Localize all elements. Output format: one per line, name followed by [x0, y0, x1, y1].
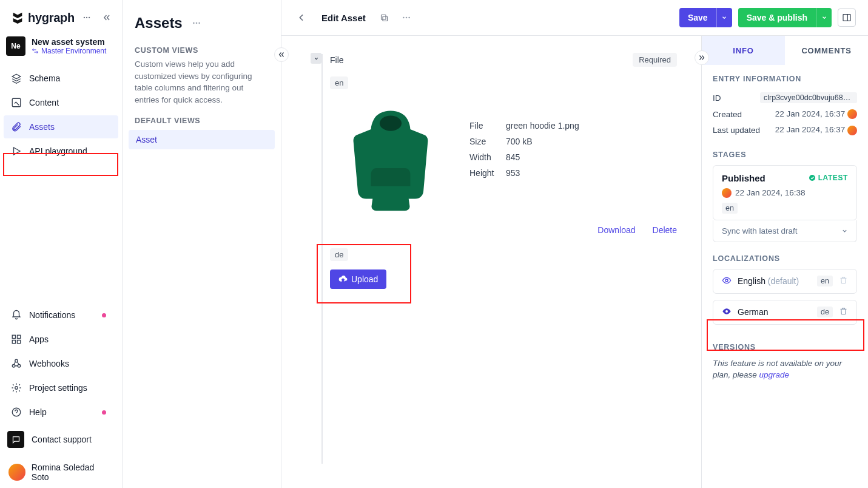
user-avatar: [8, 464, 25, 481]
file-field-label: File: [330, 55, 344, 65]
nav-schema[interactable]: Schema: [4, 67, 118, 90]
required-badge: Required: [633, 53, 677, 67]
stage-locale-chip: en: [722, 203, 738, 214]
top-toolbar: Edit Asset Save Save & publish: [281, 0, 868, 35]
copy-icon[interactable]: [377, 10, 392, 25]
upload-button[interactable]: Upload: [330, 269, 386, 289]
svg-point-22: [380, 116, 402, 131]
localization-de[interactable]: German de: [713, 300, 857, 325]
nav-help[interactable]: Help: [4, 401, 118, 424]
bell-icon: [11, 310, 22, 320]
project-name: New asset system: [32, 37, 106, 47]
timeline-line: [321, 54, 323, 464]
custom-views-desc: Custom views help you add customized vie…: [123, 57, 281, 114]
brand-more-icon[interactable]: [79, 10, 95, 25]
nav-project-settings[interactable]: Project settings: [4, 376, 118, 399]
svg-rect-21: [843, 15, 850, 21]
svg-point-14: [195, 22, 197, 24]
versions-section: VERSIONS This feature is not available o…: [713, 343, 857, 381]
nav-contact-support[interactable]: Contact support: [4, 425, 118, 454]
locale-chip-de: de: [330, 248, 348, 261]
svg-point-13: [193, 22, 195, 24]
primary-nav: Schema Content Assets API playground: [0, 64, 122, 165]
gear-icon: [11, 382, 22, 393]
layers-icon: [11, 73, 22, 84]
svg-point-0: [84, 17, 85, 18]
notification-dot: [102, 313, 106, 317]
download-link[interactable]: Download: [597, 225, 635, 235]
svg-point-20: [408, 17, 410, 19]
localizations-section: LOCALIZATIONS English (default) en: [713, 254, 857, 331]
asset-image: [336, 103, 445, 212]
eye-icon: [722, 276, 732, 287]
stage-time: 22 Jan 2024, 16:38: [735, 188, 806, 197]
nav-notifications[interactable]: Notifications: [4, 303, 118, 327]
info-tab-info[interactable]: INFO: [702, 36, 785, 65]
timeline-chevron-icon[interactable]: [311, 53, 321, 64]
save-button-group: Save: [679, 8, 732, 27]
brand-logo: hygraph: [11, 11, 75, 25]
main-panel: Edit Asset Save Save & publish: [281, 0, 868, 488]
view-asset[interactable]: Asset: [129, 130, 275, 149]
play-icon: [11, 146, 22, 157]
chat-badge-icon: [7, 431, 24, 448]
back-icon[interactable]: [294, 10, 309, 25]
nav-api-playground[interactable]: API playground: [4, 140, 118, 163]
current-user[interactable]: Romina Soledad Soto: [0, 456, 122, 488]
hygraph-logo-icon: [11, 11, 24, 24]
webhook-icon: [11, 358, 22, 369]
svg-rect-7: [18, 341, 21, 344]
default-views-label: DEFAULT VIEWS: [123, 114, 281, 127]
collapse-info-panel-icon[interactable]: [695, 50, 709, 65]
eye-icon: [722, 307, 732, 318]
svg-rect-16: [383, 16, 388, 21]
nav-apps[interactable]: Apps: [4, 328, 118, 351]
collapse-secondary-sidebar-icon[interactable]: [274, 47, 289, 62]
upgrade-link[interactable]: upgrade: [759, 370, 790, 379]
custom-views-label: CUSTOM VIEWS: [123, 44, 281, 57]
collapse-primary-sidebar-icon[interactable]: [99, 10, 115, 25]
save-button[interactable]: Save: [679, 8, 716, 27]
toggle-info-panel-icon[interactable]: [838, 8, 856, 27]
svg-point-12: [12, 408, 21, 416]
save-publish-button[interactable]: Save & publish: [738, 8, 816, 27]
trash-icon[interactable]: [839, 307, 848, 317]
brand-name: hygraph: [28, 11, 75, 25]
stage-name: Published: [722, 173, 765, 183]
svg-point-11: [15, 387, 18, 390]
sync-dropdown[interactable]: Sync with latest draft: [713, 220, 857, 242]
secondary-more-icon[interactable]: [189, 15, 204, 31]
nav-webhooks[interactable]: Webhooks: [4, 352, 118, 375]
help-icon: [11, 407, 22, 418]
svg-rect-4: [12, 335, 15, 338]
view-list: Asset: [123, 127, 281, 152]
trash-icon[interactable]: [839, 276, 848, 286]
info-panel: INFO COMMENTS ENTRY INFORMATION IDclrp3c…: [701, 36, 868, 488]
entry-id[interactable]: clrp3cvye00dc0bvuju68hqlv: [760, 92, 857, 103]
project-badge: Ne: [6, 36, 25, 56]
save-dropdown-icon[interactable]: [716, 8, 732, 27]
delete-link[interactable]: Delete: [653, 225, 677, 235]
primary-nav-bottom: Notifications Apps Webhooks Project sett…: [0, 301, 122, 456]
latest-badge: LATEST: [809, 174, 848, 182]
svg-point-19: [405, 17, 407, 19]
meta-height: 953: [506, 168, 520, 178]
paperclip-icon: [11, 121, 22, 132]
nav-assets[interactable]: Assets: [4, 115, 118, 138]
svg-rect-5: [18, 335, 21, 338]
info-tab-comments[interactable]: COMMENTS: [785, 36, 868, 65]
localization-en[interactable]: English (default) en: [713, 269, 857, 294]
nav-content[interactable]: Content: [4, 91, 118, 114]
upload-cloud-icon: [338, 275, 348, 284]
toolbar-more-icon[interactable]: [399, 10, 414, 25]
project-environment: Master Environment: [32, 47, 106, 55]
svg-point-24: [725, 279, 728, 282]
edit-icon: [11, 97, 22, 108]
save-publish-button-group: Save & publish: [738, 8, 832, 27]
save-publish-dropdown-icon[interactable]: [816, 8, 832, 27]
project-switcher[interactable]: Ne New asset system Master Environment: [6, 36, 116, 56]
svg-rect-6: [12, 341, 15, 344]
stages-section: STAGES Published LATEST 22 Jan 2024, 16:…: [713, 151, 857, 242]
user-name: Romina Soledad Soto: [32, 463, 113, 482]
primary-sidebar: hygraph Ne New asset system Master Envir…: [0, 0, 123, 488]
